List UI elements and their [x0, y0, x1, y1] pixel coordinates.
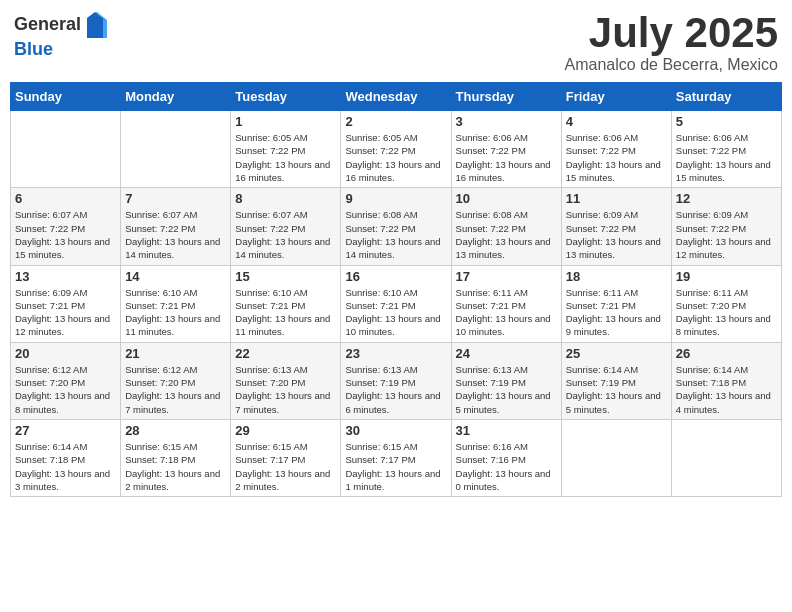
calendar-cell: 2Sunrise: 6:05 AM Sunset: 7:22 PM Daylig…	[341, 111, 451, 188]
calendar-week-5: 27Sunrise: 6:14 AM Sunset: 7:18 PM Dayli…	[11, 419, 782, 496]
day-info: Sunrise: 6:10 AM Sunset: 7:21 PM Dayligh…	[125, 286, 226, 339]
day-info: Sunrise: 6:14 AM Sunset: 7:18 PM Dayligh…	[676, 363, 777, 416]
day-number: 11	[566, 191, 667, 206]
calendar-cell: 25Sunrise: 6:14 AM Sunset: 7:19 PM Dayli…	[561, 342, 671, 419]
calendar-cell: 8Sunrise: 6:07 AM Sunset: 7:22 PM Daylig…	[231, 188, 341, 265]
day-number: 21	[125, 346, 226, 361]
day-info: Sunrise: 6:10 AM Sunset: 7:21 PM Dayligh…	[345, 286, 446, 339]
calendar-week-4: 20Sunrise: 6:12 AM Sunset: 7:20 PM Dayli…	[11, 342, 782, 419]
day-info: Sunrise: 6:12 AM Sunset: 7:20 PM Dayligh…	[125, 363, 226, 416]
day-info: Sunrise: 6:15 AM Sunset: 7:17 PM Dayligh…	[235, 440, 336, 493]
calendar-cell: 19Sunrise: 6:11 AM Sunset: 7:20 PM Dayli…	[671, 265, 781, 342]
day-number: 30	[345, 423, 446, 438]
day-info: Sunrise: 6:15 AM Sunset: 7:18 PM Dayligh…	[125, 440, 226, 493]
calendar-cell: 21Sunrise: 6:12 AM Sunset: 7:20 PM Dayli…	[121, 342, 231, 419]
page-header: General Blue July 2025 Amanalco de Becer…	[10, 10, 782, 74]
weekday-header-wednesday: Wednesday	[341, 83, 451, 111]
weekday-header-thursday: Thursday	[451, 83, 561, 111]
weekday-header-friday: Friday	[561, 83, 671, 111]
day-number: 22	[235, 346, 336, 361]
day-info: Sunrise: 6:15 AM Sunset: 7:17 PM Dayligh…	[345, 440, 446, 493]
calendar-cell: 10Sunrise: 6:08 AM Sunset: 7:22 PM Dayli…	[451, 188, 561, 265]
calendar-cell: 29Sunrise: 6:15 AM Sunset: 7:17 PM Dayli…	[231, 419, 341, 496]
day-number: 2	[345, 114, 446, 129]
weekday-header-row: SundayMondayTuesdayWednesdayThursdayFrid…	[11, 83, 782, 111]
day-number: 6	[15, 191, 116, 206]
day-number: 12	[676, 191, 777, 206]
day-number: 19	[676, 269, 777, 284]
calendar-cell: 26Sunrise: 6:14 AM Sunset: 7:18 PM Dayli…	[671, 342, 781, 419]
day-info: Sunrise: 6:06 AM Sunset: 7:22 PM Dayligh…	[676, 131, 777, 184]
day-info: Sunrise: 6:16 AM Sunset: 7:16 PM Dayligh…	[456, 440, 557, 493]
day-number: 10	[456, 191, 557, 206]
calendar-cell: 5Sunrise: 6:06 AM Sunset: 7:22 PM Daylig…	[671, 111, 781, 188]
day-number: 5	[676, 114, 777, 129]
day-number: 23	[345, 346, 446, 361]
day-info: Sunrise: 6:09 AM Sunset: 7:22 PM Dayligh…	[676, 208, 777, 261]
day-info: Sunrise: 6:07 AM Sunset: 7:22 PM Dayligh…	[235, 208, 336, 261]
logo: General Blue	[14, 10, 107, 60]
calendar-cell: 12Sunrise: 6:09 AM Sunset: 7:22 PM Dayli…	[671, 188, 781, 265]
calendar-cell: 13Sunrise: 6:09 AM Sunset: 7:21 PM Dayli…	[11, 265, 121, 342]
day-info: Sunrise: 6:08 AM Sunset: 7:22 PM Dayligh…	[345, 208, 446, 261]
calendar-cell: 20Sunrise: 6:12 AM Sunset: 7:20 PM Dayli…	[11, 342, 121, 419]
calendar-cell: 18Sunrise: 6:11 AM Sunset: 7:21 PM Dayli…	[561, 265, 671, 342]
calendar-cell: 11Sunrise: 6:09 AM Sunset: 7:22 PM Dayli…	[561, 188, 671, 265]
calendar-cell: 16Sunrise: 6:10 AM Sunset: 7:21 PM Dayli…	[341, 265, 451, 342]
day-info: Sunrise: 6:06 AM Sunset: 7:22 PM Dayligh…	[456, 131, 557, 184]
day-number: 13	[15, 269, 116, 284]
calendar-cell: 14Sunrise: 6:10 AM Sunset: 7:21 PM Dayli…	[121, 265, 231, 342]
day-number: 16	[345, 269, 446, 284]
day-info: Sunrise: 6:13 AM Sunset: 7:19 PM Dayligh…	[456, 363, 557, 416]
calendar-cell: 15Sunrise: 6:10 AM Sunset: 7:21 PM Dayli…	[231, 265, 341, 342]
weekday-header-sunday: Sunday	[11, 83, 121, 111]
day-info: Sunrise: 6:14 AM Sunset: 7:19 PM Dayligh…	[566, 363, 667, 416]
calendar-week-3: 13Sunrise: 6:09 AM Sunset: 7:21 PM Dayli…	[11, 265, 782, 342]
calendar-cell: 6Sunrise: 6:07 AM Sunset: 7:22 PM Daylig…	[11, 188, 121, 265]
weekday-header-saturday: Saturday	[671, 83, 781, 111]
day-info: Sunrise: 6:08 AM Sunset: 7:22 PM Dayligh…	[456, 208, 557, 261]
logo-icon	[83, 10, 107, 40]
day-info: Sunrise: 6:06 AM Sunset: 7:22 PM Dayligh…	[566, 131, 667, 184]
day-info: Sunrise: 6:11 AM Sunset: 7:21 PM Dayligh…	[456, 286, 557, 339]
month-title: July 2025	[565, 10, 778, 56]
day-info: Sunrise: 6:07 AM Sunset: 7:22 PM Dayligh…	[125, 208, 226, 261]
calendar-cell	[671, 419, 781, 496]
title-block: July 2025 Amanalco de Becerra, Mexico	[565, 10, 778, 74]
calendar-table: SundayMondayTuesdayWednesdayThursdayFrid…	[10, 82, 782, 497]
day-number: 15	[235, 269, 336, 284]
calendar-cell: 4Sunrise: 6:06 AM Sunset: 7:22 PM Daylig…	[561, 111, 671, 188]
calendar-cell: 3Sunrise: 6:06 AM Sunset: 7:22 PM Daylig…	[451, 111, 561, 188]
calendar-cell	[11, 111, 121, 188]
day-number: 8	[235, 191, 336, 206]
day-number: 27	[15, 423, 116, 438]
day-number: 29	[235, 423, 336, 438]
weekday-header-tuesday: Tuesday	[231, 83, 341, 111]
calendar-cell: 17Sunrise: 6:11 AM Sunset: 7:21 PM Dayli…	[451, 265, 561, 342]
calendar-cell: 7Sunrise: 6:07 AM Sunset: 7:22 PM Daylig…	[121, 188, 231, 265]
day-number: 20	[15, 346, 116, 361]
day-number: 9	[345, 191, 446, 206]
location-title: Amanalco de Becerra, Mexico	[565, 56, 778, 74]
day-number: 4	[566, 114, 667, 129]
calendar-week-1: 1Sunrise: 6:05 AM Sunset: 7:22 PM Daylig…	[11, 111, 782, 188]
calendar-cell: 28Sunrise: 6:15 AM Sunset: 7:18 PM Dayli…	[121, 419, 231, 496]
day-number: 28	[125, 423, 226, 438]
day-number: 24	[456, 346, 557, 361]
day-info: Sunrise: 6:09 AM Sunset: 7:21 PM Dayligh…	[15, 286, 116, 339]
calendar-cell: 27Sunrise: 6:14 AM Sunset: 7:18 PM Dayli…	[11, 419, 121, 496]
day-number: 26	[676, 346, 777, 361]
calendar-cell: 30Sunrise: 6:15 AM Sunset: 7:17 PM Dayli…	[341, 419, 451, 496]
calendar-cell: 1Sunrise: 6:05 AM Sunset: 7:22 PM Daylig…	[231, 111, 341, 188]
logo-general-text: General	[14, 15, 81, 35]
weekday-header-monday: Monday	[121, 83, 231, 111]
day-number: 7	[125, 191, 226, 206]
calendar-cell: 31Sunrise: 6:16 AM Sunset: 7:16 PM Dayli…	[451, 419, 561, 496]
calendar-cell: 9Sunrise: 6:08 AM Sunset: 7:22 PM Daylig…	[341, 188, 451, 265]
calendar-cell: 22Sunrise: 6:13 AM Sunset: 7:20 PM Dayli…	[231, 342, 341, 419]
day-info: Sunrise: 6:05 AM Sunset: 7:22 PM Dayligh…	[235, 131, 336, 184]
day-number: 18	[566, 269, 667, 284]
day-info: Sunrise: 6:05 AM Sunset: 7:22 PM Dayligh…	[345, 131, 446, 184]
day-number: 3	[456, 114, 557, 129]
day-number: 17	[456, 269, 557, 284]
